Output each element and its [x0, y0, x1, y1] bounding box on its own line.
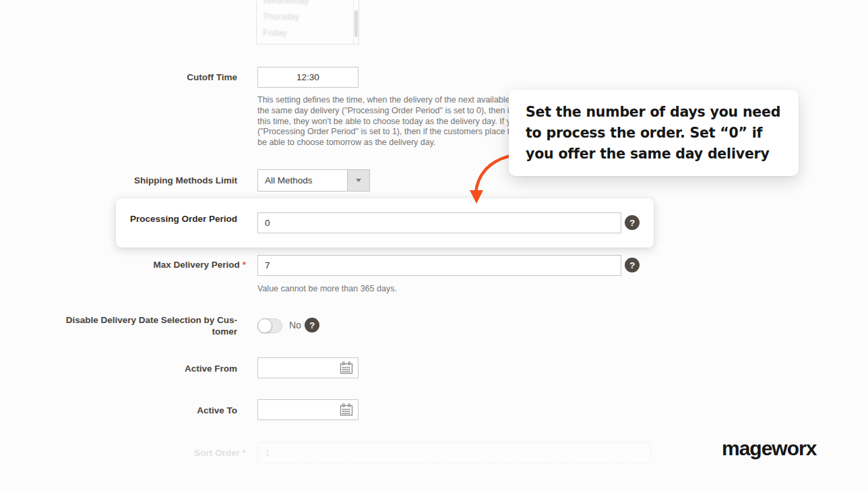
calendar-icon[interactable] [339, 361, 354, 375]
toggle-state-label: No [289, 320, 301, 330]
cutoff-time-help-text: This setting defines the time, when the … [257, 95, 512, 148]
mageworx-logo: mageworx [722, 437, 816, 460]
callout-text: Set the number of days you need [526, 102, 799, 123]
required-asterisk: * [243, 260, 246, 270]
settings-page: Wednesday Thursday Friday Cutoff Time Th… [0, 0, 868, 491]
callout-text: to process the order. Set “0” if [526, 123, 799, 144]
scrollbar-track [353, 0, 354, 44]
chevron-down-icon [356, 179, 361, 182]
disable-delivery-toggle[interactable] [257, 318, 282, 333]
cutoff-time-label: Cutoff Time [54, 72, 237, 84]
callout-text: you offer the same day delivery [526, 144, 799, 165]
shipping-methods-selected-value: All Methods [258, 170, 347, 191]
max-delivery-period-note: Value cannot be more than 365 days. [257, 283, 397, 294]
weekday-option[interactable]: Friday [257, 25, 359, 41]
select-dropdown-button[interactable] [347, 170, 369, 191]
annotation-callout: Set the number of days you need to proce… [509, 90, 799, 176]
max-delivery-period-label: Max Delivery Period* [54, 260, 246, 271]
sort-order-input[interactable] [257, 442, 651, 463]
disable-delivery-date-label: Disable Delivery Date Selection by Cus- … [54, 315, 237, 337]
spotlight-highlight: Processing Order Period ? [116, 198, 654, 248]
active-to-label: Active To [54, 405, 237, 417]
shipping-methods-select[interactable]: All Methods [257, 169, 370, 192]
active-from-label: Active From [54, 364, 237, 375]
help-icon[interactable]: ? [305, 318, 319, 333]
weekday-option[interactable]: Wednesday [257, 0, 359, 9]
weekday-option[interactable]: Thursday [257, 9, 359, 25]
processing-order-period-input[interactable] [257, 212, 621, 233]
scrollbar-thumb[interactable] [354, 10, 358, 37]
help-icon[interactable]: ? [625, 258, 640, 272]
toggle-knob [257, 318, 272, 333]
processing-order-period-label: Processing Order Period [121, 214, 237, 225]
cutoff-time-input[interactable] [257, 67, 359, 88]
weekday-listbox[interactable]: Wednesday Thursday Friday [256, 0, 359, 45]
shipping-methods-limit-label: Shipping Methods Limit [54, 175, 237, 187]
max-delivery-period-input[interactable] [257, 255, 621, 276]
cutoff-time-label-text: Cutoff Time [187, 72, 237, 82]
calendar-icon[interactable] [339, 403, 354, 417]
help-icon[interactable]: ? [625, 215, 640, 230]
sort-order-label: Sort Order* [54, 448, 246, 459]
required-asterisk: * [243, 448, 246, 458]
